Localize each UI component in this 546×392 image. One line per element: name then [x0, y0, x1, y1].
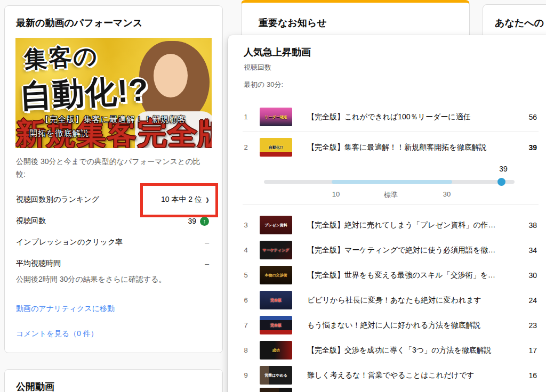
video-title: 【完全版】絶対に売れてしまう「プレゼン資料」の作…: [307, 220, 496, 230]
metric-label: 視聴回数別のランキング: [16, 195, 99, 205]
list-item-7[interactable]: 7 完全版 もう悩まない！絶対に人に好かれる方法を徹底解説 23: [228, 313, 546, 338]
metric-label: 平均視聴時間: [16, 259, 61, 268]
rank-number: 7: [242, 321, 250, 329]
view-count: 30: [510, 271, 537, 280]
thumbnail-headline-line2: 自動化!?: [19, 69, 150, 119]
card-title: 重要なお知らせ: [259, 17, 327, 29]
video-title: 難しく考えるな！営業でやることはこれだけです: [307, 371, 475, 380]
rank-number: 4: [242, 246, 250, 254]
list-item-6[interactable]: 6 完全版 ビビリから社長に変身！あなたも絶対に変われます 24: [228, 288, 546, 313]
video-title: 【完全版】集客に最適解！！新規顧客開拓を徹底解説: [307, 143, 487, 152]
card-title: 公開動画: [16, 380, 54, 392]
metrics-list: 視聴回数別のランキング 10 本中 2 位 › 視聴回数 39 ↑ インプレッシ…: [5, 189, 222, 274]
metric-value: –: [205, 238, 209, 247]
tick-label-high: 30: [436, 190, 457, 198]
list-item-8[interactable]: 8 成功 【完全版】交渉を成功に導く「3つ」の方法を徹底解説 17: [228, 338, 546, 363]
view-count: 34: [510, 246, 537, 255]
video-thumbnail: 完全版: [260, 291, 292, 309]
rank-number: 3: [242, 221, 250, 229]
view-count: 24: [510, 296, 537, 305]
rank-number: 5: [242, 271, 250, 279]
video-title: もう悩まない！絶対に人に好かれる方法を徹底解説: [307, 321, 481, 330]
trending-list: 3 プレゼン資料 【完全版】絶対に売れてしまう「プレゼン資料」の作… 38 4 …: [228, 213, 546, 388]
thumbnail-person-face: [154, 54, 188, 97]
metric-value: 10 本中 2 位: [161, 195, 202, 205]
view-count: 38: [510, 221, 537, 230]
video-thumbnail: 完全版: [260, 316, 292, 334]
chart-value-label: 39: [490, 165, 517, 173]
metric-row-ctr: インプレッションのクリック率 –: [5, 232, 222, 253]
popup-title: 人気急上昇動画: [244, 46, 311, 59]
video-title-overlay-line2: 開拓を徹底解説: [29, 128, 89, 138]
rank-number: 8: [242, 346, 250, 354]
latest-video-thumbnail[interactable]: 集客の 自動化!? 新規集客完全版 【完全版】集客に最適解！！新規顧客 開拓を徹…: [15, 38, 212, 148]
video-thumbnail: 成功: [260, 341, 292, 360]
tick-label-low: 10: [325, 190, 347, 198]
metric-label: 視聴回数: [16, 216, 46, 226]
video-thumbnail-partial: [260, 388, 292, 392]
comparison-note: 公開後 30分と今までの典型的なパフォーマンスとの比較:: [16, 155, 206, 181]
video-thumbnail: マーケティング: [260, 241, 292, 259]
chart-typical-range: [332, 180, 452, 184]
video-title: 【完全版】交渉を成功に導く「3つ」の方法を徹底解説: [307, 346, 492, 355]
views-bullet-chart: 39 10 標準 30: [228, 162, 546, 205]
popup-subtitle: 視聴回数: [244, 63, 271, 72]
metric-value: 39: [188, 217, 196, 225]
rank-number: 2: [242, 143, 250, 151]
trending-videos-popup: 人気急上昇動画 視聴回数 最初の 30分: 1 リーダー確定 【完全版】これがで…: [228, 35, 546, 392]
list-item-1[interactable]: 1 リーダー確定 【完全版】これができれば100％リーダーに適任 56: [228, 102, 546, 132]
trend-up-icon: ↑: [200, 217, 209, 226]
divider: [243, 205, 539, 205]
thumbnail-headline-line1: 集客の: [23, 40, 99, 75]
chevron-right-icon: ›: [206, 193, 209, 206]
card-title: あなたへの: [495, 17, 544, 29]
view-count: 56: [510, 113, 537, 121]
video-title: 【完全版】マーケティングで絶対に使う必須用語を徹…: [307, 246, 495, 255]
metric-row-avg-duration: 平均視聴時間 –: [5, 253, 222, 274]
metric-row-views: 視聴回数 39 ↑: [5, 210, 222, 232]
list-item-4[interactable]: 4 マーケティング 【完全版】マーケティングで絶対に使う必須用語を徹… 34: [228, 238, 546, 263]
view-count: 23: [510, 321, 537, 330]
rank-number: 9: [242, 371, 250, 379]
published-videos-card: 公開動画: [4, 369, 223, 392]
metric-value: –: [205, 259, 209, 268]
card-title: 最新の動画のパフォーマンス: [16, 17, 142, 29]
latest-video-performance-card: 最新の動画のパフォーマンス 集客の 自動化!? 新規集客完全版 【完全版】集客に…: [4, 5, 223, 353]
rank-number: 1: [242, 113, 250, 121]
view-count: 17: [510, 346, 537, 355]
video-title: 【完全版】世界をも変える最強のスキル「交渉術」を…: [307, 271, 495, 280]
video-thumbnail: 自動化!?: [260, 138, 292, 157]
video-thumbnail: 本物の交渉術: [260, 266, 292, 284]
footer-note: 公開後2時間 30分の結果をさらに確認する。: [16, 275, 166, 284]
list-item-9[interactable]: 9 営業はやめる 難しく考えるな！営業でやることはこれだけです 16: [228, 363, 546, 388]
video-title: 【完全版】これができれば100％リーダーに適任: [307, 112, 471, 122]
view-comments-link[interactable]: コメントを見る（0 件）: [16, 329, 98, 339]
list-item-5[interactable]: 5 本物の交渉術 【完全版】世界をも変える最強のスキル「交渉術」を… 30: [228, 263, 546, 288]
go-to-analytics-link[interactable]: 動画のアナリティクスに移動: [16, 304, 115, 314]
rank-number: 6: [242, 296, 250, 304]
view-count: 39: [510, 143, 537, 152]
chart-value-dot: [497, 178, 505, 186]
tick-label-standard: 標準: [375, 190, 407, 200]
video-thumbnail: プレゼン資料: [260, 216, 292, 234]
video-title-overlay-line1: 【完全版】集客に最適解！！新規顧客: [15, 115, 212, 125]
metric-row-ranking[interactable]: 視聴回数別のランキング 10 本中 2 位 ›: [5, 189, 222, 210]
view-count: 16: [510, 371, 537, 380]
video-title: ビビリから社長に変身！あなたも絶対に変われます: [307, 296, 481, 305]
video-thumbnail: リーダー確定: [260, 108, 292, 126]
list-item-3[interactable]: 3 プレゼン資料 【完全版】絶対に売れてしまう「プレゼン資料」の作… 38: [228, 213, 546, 238]
metric-label: インプレッションのクリック率: [16, 238, 123, 247]
list-item-2[interactable]: 2 自動化!? 【完全版】集客に最適解！！新規顧客開拓を徹底解説 39: [228, 132, 546, 162]
video-thumbnail: 営業はやめる: [260, 366, 292, 385]
popup-period-label: 最初の 30分:: [244, 80, 283, 89]
